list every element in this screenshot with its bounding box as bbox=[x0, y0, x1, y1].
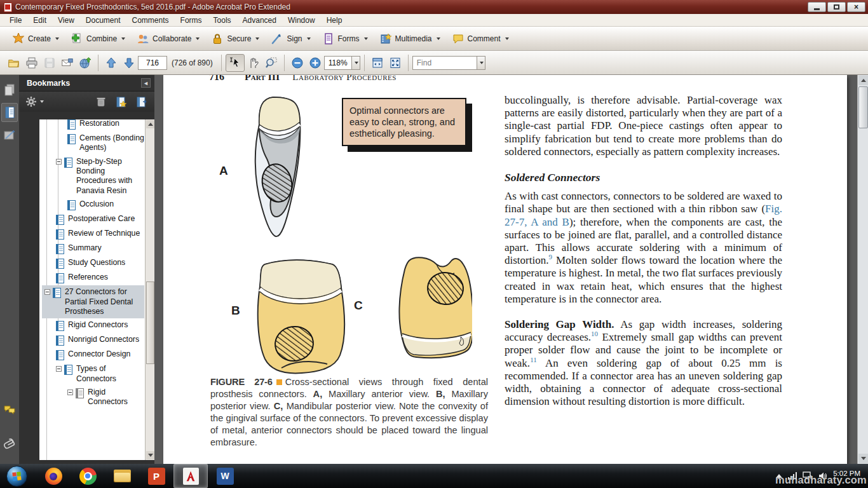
find-input[interactable] bbox=[412, 56, 477, 70]
menu-advanced[interactable]: Advanced bbox=[237, 15, 282, 26]
bookmark-item[interactable]: Postoperative Care bbox=[42, 212, 144, 227]
email-button[interactable] bbox=[58, 55, 76, 71]
document-scrollbar[interactable] bbox=[857, 75, 868, 464]
collapse-panel-button[interactable]: ◄ bbox=[141, 78, 151, 88]
menu-edit[interactable]: Edit bbox=[27, 15, 52, 26]
minimize-button[interactable] bbox=[808, 2, 826, 12]
scroll-down-button[interactable] bbox=[858, 454, 868, 463]
menu-document[interactable]: Document bbox=[80, 15, 126, 26]
menu-file[interactable]: File bbox=[4, 15, 27, 26]
zoom-in-button[interactable] bbox=[306, 55, 324, 71]
taskbar-explorer-button[interactable] bbox=[105, 464, 139, 488]
menu-window[interactable]: Window bbox=[282, 15, 321, 26]
forms-button[interactable]: Forms bbox=[316, 30, 374, 48]
chevron-down-icon bbox=[55, 37, 59, 40]
collapse-toggle-icon[interactable] bbox=[44, 289, 50, 295]
create-icon bbox=[12, 32, 25, 45]
bookmark-item[interactable]: Cements (Bonding Agents) bbox=[42, 132, 144, 155]
fit-page-button[interactable] bbox=[386, 55, 404, 71]
comment-button[interactable]: Comment bbox=[446, 30, 515, 48]
sign-button[interactable]: Sign bbox=[265, 30, 316, 48]
menu-help[interactable]: Help bbox=[321, 15, 348, 26]
signatures-panel-button[interactable] bbox=[1, 126, 18, 145]
start-button[interactable] bbox=[6, 466, 27, 487]
chevron-down-icon bbox=[480, 62, 484, 64]
close-button[interactable]: × bbox=[847, 2, 865, 12]
bookmarks-panel-button[interactable] bbox=[1, 103, 18, 122]
scrollbar-thumb[interactable] bbox=[858, 86, 868, 128]
bookmark-item[interactable]: Step-by-Step Bonding Procedures with Pan… bbox=[42, 155, 144, 198]
bookmarks-scrollbar[interactable] bbox=[145, 119, 154, 460]
new-bookmark-button[interactable] bbox=[115, 96, 127, 108]
reference-link[interactable]: 11 bbox=[530, 356, 537, 363]
plus-circle-icon bbox=[309, 57, 322, 69]
bookmark-item[interactable]: Study Questions bbox=[42, 256, 144, 271]
expand-bookmark-button[interactable] bbox=[136, 96, 148, 108]
title-bar[interactable]: Contemporary Fixed Prosthodontics, 5ed 2… bbox=[0, 0, 868, 14]
bookmark-item[interactable]: Summary bbox=[42, 241, 144, 256]
bookmark-page-icon bbox=[76, 388, 84, 398]
bookmark-page-icon bbox=[67, 200, 76, 210]
save-button[interactable] bbox=[41, 55, 58, 71]
create-button[interactable]: Create bbox=[6, 30, 65, 48]
taskbar-chrome-button[interactable] bbox=[71, 464, 105, 488]
bookmark-item[interactable]: Occlusion bbox=[42, 198, 144, 212]
zoom-marquee-button[interactable] bbox=[262, 55, 280, 71]
zoom-out-button[interactable] bbox=[288, 55, 306, 71]
collapse-toggle-icon[interactable] bbox=[56, 159, 62, 165]
page-number-input[interactable] bbox=[138, 56, 167, 70]
separator bbox=[284, 55, 285, 71]
bookmark-item[interactable]: Rigid Connectors bbox=[42, 386, 144, 409]
page-running-header: 716 Part III Laboratory Procedures bbox=[209, 75, 397, 83]
scroll-up-button[interactable] bbox=[146, 120, 154, 128]
taskbar-powerpoint-button[interactable]: P bbox=[139, 464, 173, 488]
menu-comments[interactable]: Comments bbox=[126, 15, 175, 26]
next-page-button[interactable] bbox=[120, 55, 138, 71]
multimedia-button[interactable]: Multimedia bbox=[374, 30, 446, 48]
select-tool-button[interactable] bbox=[226, 54, 245, 72]
collapse-toggle-icon[interactable] bbox=[56, 366, 62, 372]
windows-logo-icon bbox=[12, 471, 22, 481]
bookmark-options-button[interactable] bbox=[25, 96, 44, 107]
secure-button[interactable]: Secure bbox=[205, 30, 265, 48]
comments-panel-button[interactable] bbox=[1, 400, 18, 419]
bookmark-item[interactable]: Restoration bbox=[42, 119, 144, 132]
fit-width-button[interactable] bbox=[369, 55, 386, 71]
chevron-down-icon bbox=[505, 37, 509, 40]
taskbar-acrobat-button[interactable] bbox=[173, 464, 208, 488]
combine-button[interactable]: Combine bbox=[65, 30, 131, 48]
print-button[interactable] bbox=[23, 55, 41, 71]
zoom-level-input[interactable] bbox=[324, 56, 352, 70]
open-button[interactable] bbox=[5, 55, 23, 71]
collaborate-button[interactable]: Collaborate bbox=[131, 30, 205, 48]
bookmark-item[interactable]: Rigid Connectors bbox=[42, 318, 144, 333]
bookmark-item[interactable]: Connector Design bbox=[42, 348, 144, 362]
previous-page-button[interactable] bbox=[102, 55, 120, 71]
bookmark-item[interactable]: Types of Connectors bbox=[42, 362, 144, 386]
attachments-panel-button[interactable] bbox=[1, 435, 18, 454]
maximize-button[interactable] bbox=[827, 2, 846, 12]
menu-view[interactable]: View bbox=[52, 15, 80, 26]
callout-text: Optimal connectors are easy to clean, st… bbox=[349, 105, 455, 139]
zoom-dropdown-button[interactable] bbox=[352, 56, 360, 70]
bookmark-item[interactable]: Nonrigid Connectors bbox=[42, 333, 144, 348]
pages-panel-button[interactable] bbox=[1, 80, 18, 99]
scroll-down-button[interactable] bbox=[146, 451, 154, 459]
menu-forms[interactable]: Forms bbox=[175, 15, 208, 26]
paragraph: buccolingually, is therefore advisable. … bbox=[505, 94, 782, 158]
find-dropdown-button[interactable] bbox=[477, 56, 485, 70]
email-icon bbox=[61, 57, 74, 69]
collapse-toggle-icon[interactable] bbox=[67, 390, 73, 395]
taskbar-firefox-button[interactable] bbox=[36, 464, 71, 488]
hand-tool-button[interactable] bbox=[245, 55, 262, 71]
upload-button[interactable] bbox=[76, 55, 94, 71]
menu-tools[interactable]: Tools bbox=[208, 15, 237, 26]
bookmark-item-selected[interactable]: 27 Connectors for Partial Fixed Dental P… bbox=[42, 285, 144, 318]
taskbar-word-button[interactable]: W bbox=[208, 464, 242, 488]
bookmark-item[interactable]: Review of Technique bbox=[42, 227, 144, 241]
bookmark-item[interactable]: References bbox=[42, 271, 144, 285]
scrollbar-thumb[interactable] bbox=[146, 281, 154, 364]
delete-bookmark-button[interactable] bbox=[96, 96, 106, 107]
scroll-up-button[interactable] bbox=[858, 76, 868, 85]
reference-link[interactable]: 10 bbox=[591, 330, 598, 338]
